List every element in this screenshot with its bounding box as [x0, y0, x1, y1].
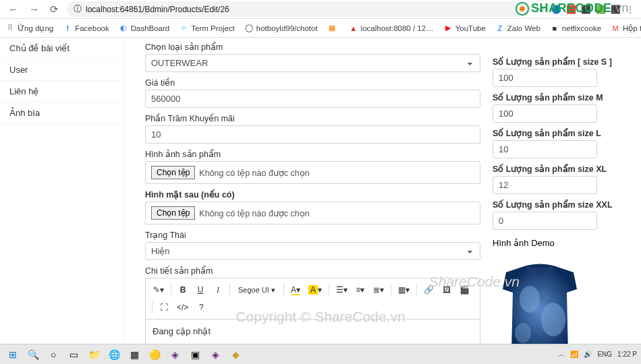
app-icon[interactable]: ▣ [186, 346, 204, 363]
image-label: Hình ảnh sản phẩm [145, 149, 480, 159]
bookmark-item[interactable]: ⠿Ứng dụng [5, 24, 53, 33]
size-l-input[interactable] [493, 140, 597, 158]
align-icon[interactable]: ≣▾ [370, 282, 387, 298]
size-xl-input[interactable] [493, 176, 597, 194]
explorer-icon[interactable]: 📁 [85, 346, 103, 363]
cortana-icon[interactable]: ○ [45, 346, 62, 363]
bold-button[interactable]: B [175, 282, 191, 298]
bookmarks-bar: ⠿Ứng dụngfFacebook◐DashBoard⚛Term Projec… [0, 19, 641, 38]
bookmark-label: Facebook [75, 24, 109, 32]
back-button[interactable]: ← [5, 3, 21, 15]
size-s-input[interactable] [493, 69, 597, 87]
size-m-input[interactable] [493, 104, 597, 123]
volume-icon[interactable]: 🔊 [584, 351, 592, 358]
svg-point-1 [520, 7, 524, 11]
italic-button[interactable]: I [210, 282, 226, 298]
table-icon[interactable]: ▦▾ [395, 282, 413, 298]
search-icon[interactable]: 🔍 [24, 346, 42, 363]
vs-icon[interactable]: ◈ [206, 346, 224, 363]
help-icon[interactable]: ? [193, 299, 209, 315]
bookmark-label: Hộp thư đến (37) -… [623, 24, 641, 33]
svg-point-2 [520, 286, 540, 313]
fullscreen-icon[interactable]: ⛶ [156, 299, 172, 315]
forward-button[interactable]: → [26, 3, 42, 15]
tray-chevron-icon[interactable]: ︿ [558, 350, 565, 359]
app-icon[interactable]: ▦ [126, 346, 143, 363]
font-select[interactable]: Segoe UI▾ [233, 282, 280, 298]
size-s-label: Số Lượng sản phẩm [ size S ] [493, 57, 628, 67]
size-xxl-label: Số Lượng sản phẩm size XXL [493, 200, 628, 210]
sidebar: Chủ đề bài viếtUserLiên hệẢnh bìa [0, 38, 125, 344]
svg-point-3 [541, 303, 565, 336]
choose-file-button[interactable]: Chọn tệp [151, 206, 195, 220]
edge-icon[interactable]: 🌐 [105, 346, 123, 363]
copyright-text: Copyright © ShareCode.vn [235, 309, 405, 325]
stock-panel: Số Lượng sản phẩm [ size S ] Số Lượng sả… [493, 38, 641, 344]
bookmark-icon: ◐ [119, 24, 128, 33]
bookmark-item[interactable]: ▲localhost:8080 / 12… [349, 24, 434, 33]
size-xxl-input[interactable] [493, 212, 597, 230]
size-l-label: Số Lượng sản phẩm size L [493, 128, 628, 138]
bookmark-icon: ◯ [244, 24, 254, 33]
list-ul-icon[interactable]: ☰▾ [333, 282, 351, 298]
vs-icon[interactable]: ◈ [166, 346, 184, 363]
taskview-icon[interactable]: ▭ [65, 346, 82, 363]
sidebar-item[interactable]: Liên hệ [0, 81, 124, 102]
code-icon[interactable]: </> [173, 299, 192, 315]
bookmark-icon: f [63, 24, 72, 33]
bookmark-item[interactable]: ⚛Term Project [179, 24, 235, 33]
price-input[interactable] [145, 90, 480, 108]
bookmark-icon: ▦ [327, 24, 337, 33]
format-icon[interactable]: ✎▾ [150, 282, 167, 298]
reload-button[interactable]: ⟳ [47, 3, 61, 16]
main-form: Chọn loại sản phẩm OUTERWEAR Giá tiền Ph… [125, 38, 493, 344]
sidebar-item[interactable]: Ảnh bìa [0, 102, 124, 124]
page-body: Chủ đề bài viếtUserLiên hệẢnh bìa Chọn l… [0, 38, 641, 344]
bookmark-item[interactable]: ◯hotboyld99/chotot [244, 24, 318, 33]
type-label: Chọn loại sản phẩm [145, 42, 480, 52]
bookmark-icon: ⚛ [179, 24, 188, 33]
bookmark-item[interactable]: ZZalo Web [495, 24, 540, 33]
file-status: Không có tệp nào được chọn [199, 168, 309, 178]
sidebar-item[interactable]: User [0, 59, 124, 81]
bookmark-item[interactable]: MHộp thư đến (37) -… [611, 24, 641, 33]
bookmark-label: Ứng dụng [18, 24, 53, 33]
bookmark-item[interactable]: ▦ [327, 24, 339, 33]
sidebar-item[interactable]: Chủ đề bài viết [0, 38, 124, 59]
choose-file-button[interactable]: Chọn tệp [151, 166, 195, 179]
app-icon[interactable]: ◆ [227, 346, 244, 363]
discount-input[interactable] [145, 125, 480, 144]
clock[interactable]: 1:22 P [617, 351, 637, 358]
bookmark-label: Term Project [191, 24, 235, 32]
type-select[interactable]: OUTERWEAR [145, 54, 480, 72]
bookmark-icon: ⠿ [5, 24, 15, 33]
status-select[interactable]: Hiện [145, 242, 480, 260]
chrome-icon[interactable]: 🟡 [146, 346, 163, 363]
list-ol-icon[interactable]: ≡▾ [352, 282, 368, 298]
file-status: Không có tệp nào được chọn [199, 208, 309, 218]
bookmark-item[interactable]: ◐DashBoard [119, 24, 170, 33]
lang-indicator[interactable]: ENG [597, 351, 612, 358]
image-back-label: Hình mặt sau (nếu có) [145, 189, 480, 200]
highlight-button[interactable]: A ▾ [305, 282, 325, 298]
bookmark-item[interactable]: ■netfixcooke [550, 24, 601, 33]
bookmark-icon: ▶ [443, 24, 453, 33]
bookmark-icon: Z [495, 24, 505, 33]
address-bar[interactable]: ⓘ localhost:64861/Bdmin/Products/Edit/26 [67, 1, 530, 17]
image-back-file-row: Chọn tệp Không có tệp nào được chọn [145, 202, 480, 224]
bookmark-icon: ■ [550, 24, 559, 33]
bookmark-label: Zalo Web [507, 24, 540, 32]
underline-button[interactable]: U [192, 282, 208, 298]
font-color-button[interactable]: A ▾ [287, 282, 304, 298]
bookmark-icon: ▲ [349, 24, 358, 33]
system-tray[interactable]: ︿ 📶 🔊 ENG 1:22 P [558, 350, 637, 359]
wifi-icon[interactable]: 📶 [570, 351, 578, 358]
url-text: localhost:64861/Bdmin/Products/Edit/26 [86, 5, 229, 14]
info-icon: ⓘ [74, 3, 82, 15]
start-button[interactable]: ⊞ [4, 346, 22, 363]
bookmark-label: localhost:8080 / 12… [361, 24, 434, 32]
size-m-label: Số Lượng sản phẩm size M [493, 92, 628, 102]
bookmark-item[interactable]: ▶YouTube [443, 24, 486, 33]
bookmark-label: YouTube [455, 24, 486, 32]
bookmark-item[interactable]: fFacebook [63, 24, 109, 33]
